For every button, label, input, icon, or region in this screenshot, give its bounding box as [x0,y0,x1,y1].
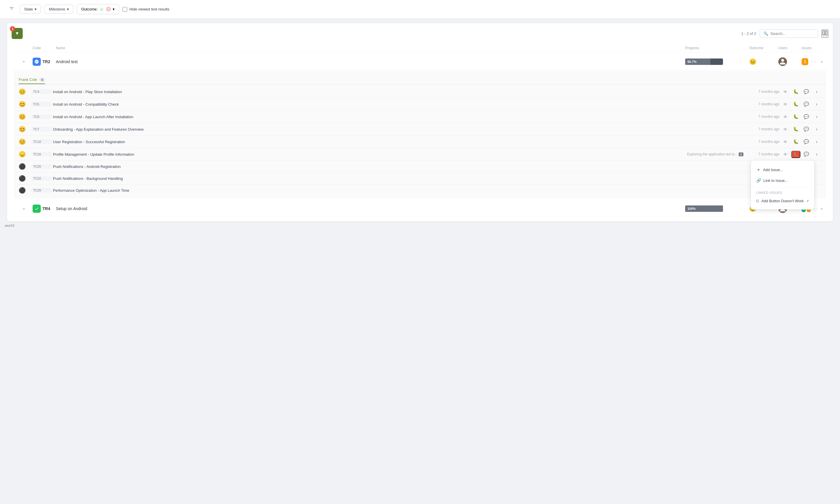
main-panel: 1 ▼ 1 - 2 of 2 🔍 Code Name Progress Outc… [7,23,833,221]
outcome-filter-button[interactable]: Outcome: ☺ ☹ ▾ [77,4,119,14]
tc6-chat-button[interactable]: 💬 [802,113,811,120]
expand-tr2-button[interactable]: › [15,58,33,66]
tc7-bug-button[interactable]: 🐛 [791,126,800,133]
tc7-eye-button[interactable]: 👁 [781,126,790,133]
expand-tr4-button[interactable]: › [15,205,33,212]
filter-funnel-icon: ▼ [15,31,19,36]
tc6-code: TC6 [32,114,52,119]
tc4-outcome-icon: 😊 [19,88,30,95]
active-filter-badge[interactable]: 1 ▼ [12,28,23,39]
tc10-bug-button[interactable]: 🐛 [791,138,800,145]
tc16-outcome-icon: 😞 [19,151,30,158]
tc6-expand-button[interactable]: › [812,113,821,121]
tc5-outcome-icon: 😊 [19,101,30,108]
tc4-eye-button[interactable]: 👁 [781,88,790,95]
tr2-more-button[interactable]: ··· [810,59,816,64]
tc5-chat-button[interactable]: 💬 [802,101,811,108]
tr4-type-icon [33,204,41,213]
tr2-chevron-button[interactable]: › [819,58,825,66]
chevron-down-icon: ▾ [113,7,115,11]
sub-tab-bar: Frank Cole 6 [14,73,826,84]
tc22-code: TC22 [32,176,52,181]
frank-cole-tab[interactable]: Frank Cole 6 [19,76,45,84]
search-input[interactable] [770,32,814,36]
tc10-code: TC10 [32,139,52,144]
tc10-row: 😊 TC10 User Registration - Successful Re… [14,136,826,148]
tc22-outcome-icon: ⚫ [19,175,30,182]
tc22-name: Push Notifications - Background Handling [53,176,742,181]
tc16-expand-button[interactable]: › [812,150,821,158]
test-run-row-tr4: › TR4 Setup on Android 100% 😞 1 1 ··· [12,201,828,217]
tc7-outcome-icon: 😊 [19,126,30,133]
hide-viewed-checkbox[interactable]: Hide viewed test results [123,7,169,12]
filter-icon-button[interactable] [7,4,16,14]
tc5-time: 7 months ago [745,102,780,106]
tc7-chat-button[interactable]: 💬 [802,126,811,133]
hide-viewed-label: Hide viewed test results [129,7,169,11]
plus-icon: ＋ [756,167,761,173]
tr4-name: Setup on Android [56,206,685,211]
tr4-chevron-button[interactable]: › [819,205,825,212]
tc7-code: TC7 [32,127,52,131]
tc16-bug-button[interactable]: 🐛 [791,151,800,158]
tc10-time: 7 months ago [745,140,780,144]
tc10-expand-button[interactable]: › [812,138,821,145]
panel-header: 1 ▼ 1 - 2 of 2 🔍 [12,28,828,39]
tc10-eye-button[interactable]: 👁 [781,139,790,145]
top-bar: State ▾ Milestone ▾ Outcome: ☺ ☹ ▾ Hide … [0,0,840,19]
tc20-outcome-icon: ⚫ [19,163,30,170]
tc6-name: Install on Android - App Launch After In… [53,115,742,119]
svg-rect-4 [825,31,827,35]
tr2-outcome-icon: 😐 [749,58,756,65]
tc16-eye-button[interactable]: 👁 [781,151,790,158]
tc4-row: 😊 TC4 Install on Android - Play Store In… [14,86,826,98]
state-label: State [24,7,33,11]
col-name-header: Name [56,46,685,50]
smiley-happy-icon: ☺ [99,7,104,12]
tc20-code: TC20 [32,164,52,169]
tc10-chat-button[interactable]: 💬 [802,138,811,145]
tc5-eye-button[interactable]: 👁 [781,101,790,108]
tc16-note: Exploring the application led to... ⊞ [687,152,744,156]
popup-divider [751,187,814,187]
col-expand [15,46,33,50]
tr2-progress-bar: 66.7% [685,58,723,65]
tc5-name: Install on Android - Compatibility Check [53,102,742,107]
tr2-user-avatar [778,57,787,66]
tc6-bug-button[interactable]: 🐛 [791,113,800,120]
tc29-name: Performance Optimization - App Launch Ti… [53,188,742,193]
hide-viewed-input[interactable] [123,7,127,12]
tc10-name: User Registration - Successful Registrat… [53,140,742,144]
tc4-chat-button[interactable]: 💬 [802,88,811,95]
tc4-bug-button[interactable]: 🐛 [791,88,800,95]
tc6-time: 7 months ago [745,115,780,119]
add-issue-item[interactable]: ＋ Add Issue... [751,164,814,176]
tc29-outcome-icon: ⚫ [19,187,30,194]
state-filter-button[interactable]: State ▾ [20,5,41,14]
tr4-code: TR4 [42,206,50,211]
link-issue-label: Link to Issue... [764,178,788,183]
tc20-name: Push Notifications - Android Registratio… [53,164,742,169]
tc5-bug-button[interactable]: 🐛 [791,101,800,108]
columns-toggle-button[interactable] [821,30,828,38]
tr2-users [778,57,802,66]
tc4-expand-button[interactable]: › [812,88,821,95]
tc7-expand-button[interactable]: › [812,125,821,133]
milestone-filter-button[interactable]: Milestone ▾ [44,5,73,14]
tc20-row: ⚫ TC20 Push Notifications - Android Regi… [14,161,826,173]
link-issue-item[interactable]: 🔗 Link to Issue... [751,176,814,185]
tc16-row: 😞 TC16 Profile Management - Update Profi… [14,148,826,161]
tc16-time: 7 months ago [745,152,780,156]
tc16-code: TC16 [32,152,52,157]
smiley-sad-icon: ☹ [106,6,111,12]
tr2-name: Android test [56,59,685,64]
tc6-eye-button[interactable]: 👁 [781,113,790,120]
tc4-name: Install on Android - Play Store Installa… [53,90,742,94]
tc16-chat-button[interactable]: 💬 [802,151,811,158]
tc5-expand-button[interactable]: › [812,101,821,108]
tc7-row: 😊 TC7 Onboarding - App Explanation and F… [14,123,826,136]
search-box: 🔍 [759,30,818,38]
linked-issue-item[interactable]: I2 Add Button Doesn't Work ↗ [751,196,814,206]
tr2-issues: 1 ··· › [802,58,825,66]
tr4-progress-bar: 100% [685,205,723,212]
